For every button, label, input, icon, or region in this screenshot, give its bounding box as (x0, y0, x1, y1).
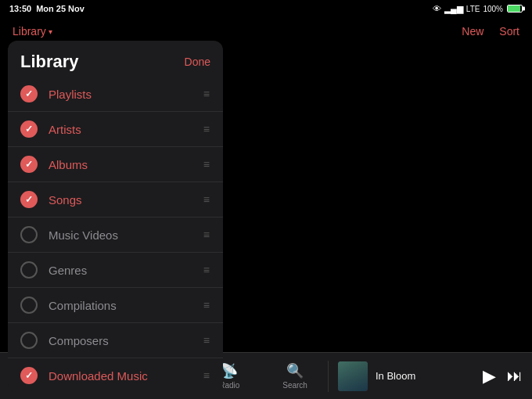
status-date: Mon 25 Nov (36, 4, 84, 13)
item-label-playlists: Playlists (49, 88, 203, 101)
done-button[interactable]: Done (185, 56, 210, 68)
library-item-genres[interactable]: Genres≡ (8, 252, 223, 287)
drag-handle-compilations[interactable]: ≡ (203, 299, 210, 311)
chevron-down-icon: ▾ (49, 27, 52, 36)
status-time: 13:50 (9, 4, 31, 13)
check-icon-downloaded-music (20, 367, 38, 384)
panel-title: Library (20, 52, 79, 72)
library-panel: Library Done Playlists≡Artists≡Albums≡So… (8, 41, 223, 393)
signal-bars-icon: ▂▄▆ (444, 4, 463, 14)
drag-handle-albums[interactable]: ≡ (203, 158, 210, 171)
library-dropdown-trigger[interactable]: Library ▾ (13, 25, 52, 38)
now-playing-bar: In Bloom ▶ ⏭ (329, 353, 532, 399)
status-bar: 13:50 Mon 25 Nov 👁 ▂▄▆ LTE 100% (0, 0, 532, 17)
drag-handle-genres[interactable]: ≡ (203, 264, 210, 276)
radio-icon: 📡 (221, 362, 238, 379)
search-label: Search (282, 381, 307, 390)
drag-handle-playlists[interactable]: ≡ (203, 88, 210, 100)
library-label: Library (13, 25, 46, 38)
library-item-albums[interactable]: Albums≡ (8, 146, 223, 182)
library-item-playlists[interactable]: Playlists≡ (8, 77, 223, 111)
library-item-songs[interactable]: Songs≡ (8, 182, 223, 217)
new-button[interactable]: New (462, 25, 483, 38)
drag-handle-songs[interactable]: ≡ (203, 193, 210, 206)
lte-icon: LTE (466, 5, 480, 13)
drag-handle-composers[interactable]: ≡ (203, 334, 210, 347)
battery-visual (507, 5, 523, 13)
status-icons: 👁 ▂▄▆ LTE 100% (433, 4, 523, 14)
library-item-composers[interactable]: Composers≡ (8, 322, 223, 358)
item-label-composers: Composers (49, 334, 203, 347)
panel-header: Library Done (8, 41, 223, 77)
now-playing-info: In Bloom (376, 370, 475, 382)
drag-handle-downloaded-music[interactable]: ≡ (203, 369, 210, 382)
album-art (338, 361, 368, 391)
item-label-songs: Songs (49, 193, 203, 207)
battery-icon: 100% (483, 5, 503, 13)
item-label-downloaded-music: Downloaded Music (49, 369, 203, 383)
library-items-list: Playlists≡Artists≡Albums≡Songs≡Music Vid… (8, 77, 223, 393)
check-icon-playlists (20, 85, 38, 102)
item-label-music-videos: Music Videos (49, 228, 203, 242)
library-item-compilations[interactable]: Compilations≡ (8, 287, 223, 322)
item-label-artists: Artists (49, 123, 203, 136)
check-icon-albums (20, 156, 38, 173)
library-item-music-videos[interactable]: Music Videos≡ (8, 217, 223, 252)
drag-handle-music-videos[interactable]: ≡ (203, 228, 210, 241)
check-icon-artists (20, 120, 38, 138)
check-icon-genres (20, 261, 38, 279)
check-icon-composers (20, 332, 38, 349)
item-label-compilations: Compilations (49, 299, 203, 312)
playback-controls: ▶ ⏭ (483, 366, 523, 386)
check-icon-songs (20, 191, 38, 208)
play-button[interactable]: ▶ (483, 366, 496, 386)
now-playing-title: In Bloom (376, 370, 475, 382)
item-label-genres: Genres (49, 264, 203, 277)
library-item-downloaded-music[interactable]: Downloaded Music≡ (8, 358, 223, 393)
check-icon-music-videos (20, 226, 38, 243)
search-icon: 🔍 (286, 362, 304, 379)
eyeball-icon: 👁 (433, 4, 441, 13)
check-icon-compilations (20, 297, 38, 314)
sort-button[interactable]: Sort (499, 25, 519, 38)
library-item-artists[interactable]: Artists≡ (8, 111, 223, 146)
drag-handle-artists[interactable]: ≡ (203, 123, 210, 135)
skip-button[interactable]: ⏭ (507, 367, 523, 385)
nav-actions: New Sort (462, 25, 519, 38)
item-label-albums: Albums (49, 158, 203, 171)
tab-search[interactable]: 🔍Search (262, 362, 328, 390)
